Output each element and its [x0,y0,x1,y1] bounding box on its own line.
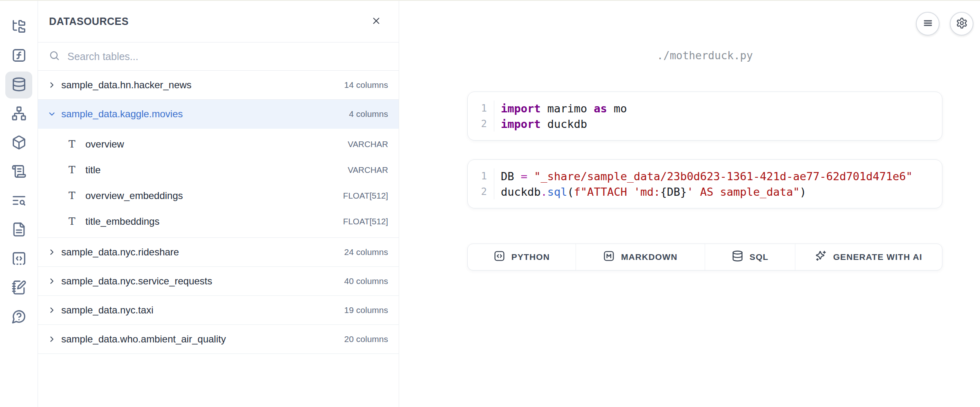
database-icon [11,77,27,94]
sidebar-item-snippets[interactable] [5,246,32,273]
table-name: sample_data.hn.hacker_news [61,79,192,91]
sidebar-item-datasources[interactable] [5,72,32,98]
notebook-content: ./motherduck.py 1 import marimo as mo 2 … [467,49,942,271]
sidebar-item-tracebacks[interactable] [5,188,32,215]
code-square-icon [493,250,505,264]
column-type: VARCHAR [348,139,388,149]
generate-with-ai-button[interactable]: GENERATE WITH AI [795,244,942,270]
panel-header: DATASOURCES [38,1,399,42]
code-lines: 1 DB = "_share/sample_data/23b0d623-1361… [468,168,942,199]
notebook-pen-icon [11,280,27,297]
table-column-count: 4 columns [349,109,388,119]
table-name: sample_data.nyc.service_requests [61,275,212,287]
database-icon [732,250,743,264]
column-type-icon: T [66,138,78,150]
code-cell-attach-db[interactable]: 1 DB = "_share/sample_data/23b0d623-1361… [467,159,942,208]
text-search-icon [11,193,27,210]
column-type: FLOAT[512] [343,191,388,201]
table-row[interactable]: sample_data.who.ambient_air_quality 20 c… [38,325,399,354]
function-square-icon [11,48,27,65]
chevron-icon [47,248,56,257]
add-sql-cell-button[interactable]: SQL [705,244,795,270]
sidebar-rail [0,1,38,407]
column-row[interactable]: T title VARCHAR [38,157,399,183]
code-line: 1 DB = "_share/sample_data/23b0d623-1361… [468,168,942,184]
sidebar-item-packages[interactable] [5,130,32,157]
table-row[interactable]: sample_data.hn.hacker_news 14 columns [38,71,399,100]
table-search [38,42,399,71]
datasources-panel: DATASOURCES sample_data.hn.hacker_news 1… [38,1,399,407]
column-row[interactable]: T overview VARCHAR [38,131,399,157]
code-cell-imports[interactable]: 1 import marimo as mo 2 import duckdb [467,92,942,141]
code-line: 1 import marimo as mo [468,101,942,116]
generate-with-ai-label: GENERATE WITH AI [833,252,922,262]
sidebar-item-documentation[interactable] [5,217,32,244]
add-markdown-label: MARKDOWN [621,252,677,262]
table-row[interactable]: sample_data.nyc.rideshare 24 columns [38,238,399,267]
search-icon [49,50,60,63]
notebook-area: ./motherduck.py 1 import marimo as mo 2 … [399,1,980,407]
sidebar-item-logs[interactable] [5,159,32,186]
table-column-count: 24 columns [344,247,388,257]
column-name: title [85,164,100,176]
line-number: 2 [468,116,494,132]
column-type: VARCHAR [348,165,388,175]
settings-button[interactable] [950,12,973,36]
close-icon [371,16,382,27]
column-type-icon: T [66,164,78,176]
table-name: sample_data.nyc.taxi [61,304,153,316]
top-actions [916,12,973,36]
column-row[interactable]: T overview_embeddings FLOAT[512] [38,183,399,208]
chevron-icon [47,335,56,344]
menu-button[interactable] [916,12,940,36]
table-row[interactable]: sample_data.nyc.taxi 19 columns [38,296,399,325]
chevron-icon [47,277,56,286]
code-text[interactable]: DB = "_share/sample_data/23b0d623-1361-4… [494,168,942,184]
code-text[interactable]: import marimo as mo [494,101,942,116]
table-row[interactable]: sample_data.kaggle.movies 4 columns [38,100,399,129]
column-type: FLOAT[512] [343,217,388,226]
table-column-count: 40 columns [344,276,388,286]
code-snippet-icon [11,251,27,268]
chevron-icon [47,110,56,119]
line-number: 1 [468,101,494,116]
code-text[interactable]: duckdb.sql(f"ATTACH 'md:{DB}' AS sample_… [494,184,942,199]
line-number: 2 [468,184,494,199]
column-type-icon: T [66,215,78,227]
column-name: overview [85,139,124,150]
chevron-icon [47,81,56,89]
scroll-text-icon [11,164,27,181]
search-input[interactable] [67,51,388,63]
file-tree-icon [11,19,27,36]
code-line: 2 import duckdb [468,116,942,132]
line-number: 1 [468,168,494,184]
code-text[interactable]: import duckdb [494,116,942,132]
sidebar-item-scratchpad[interactable] [5,275,32,302]
add-python-label: PYTHON [511,252,550,262]
table-row[interactable]: sample_data.nyc.service_requests 40 colu… [38,267,399,296]
table-column-count: 19 columns [344,305,388,315]
sidebar-item-variables[interactable] [5,42,32,69]
panel-title: DATASOURCES [49,16,129,27]
add-python-cell-button[interactable]: PYTHON [468,244,576,270]
hamburger-menu-icon [922,17,934,30]
table-column-count: 20 columns [344,334,388,344]
column-name: overview_embeddings [85,190,183,201]
sidebar-item-help[interactable] [5,304,32,331]
chevron-icon [47,306,56,315]
sidebar-item-file-explorer[interactable] [5,13,32,40]
column-type-icon: T [66,190,78,201]
sidebar-item-dependency-graph[interactable] [5,101,32,127]
table-list: sample_data.hn.hacker_news 14 columns sa… [38,71,399,407]
add-markdown-cell-button[interactable]: MARKDOWN [576,244,705,270]
column-row[interactable]: T title_embeddings FLOAT[512] [38,208,399,234]
network-icon [11,106,27,123]
app-window: DATASOURCES sample_data.hn.hacker_news 1… [0,0,980,407]
notebook-filename: ./motherduck.py [467,49,942,62]
help-bubble-icon [11,309,27,326]
markdown-square-icon [603,250,615,264]
column-list: T overview VARCHAR T title VARCHAR T ove… [38,129,399,238]
code-line: 2 duckdb.sql(f"ATTACH 'md:{DB}' AS sampl… [468,184,942,199]
close-panel-button[interactable] [368,14,384,29]
table-name: sample_data.kaggle.movies [61,108,183,120]
